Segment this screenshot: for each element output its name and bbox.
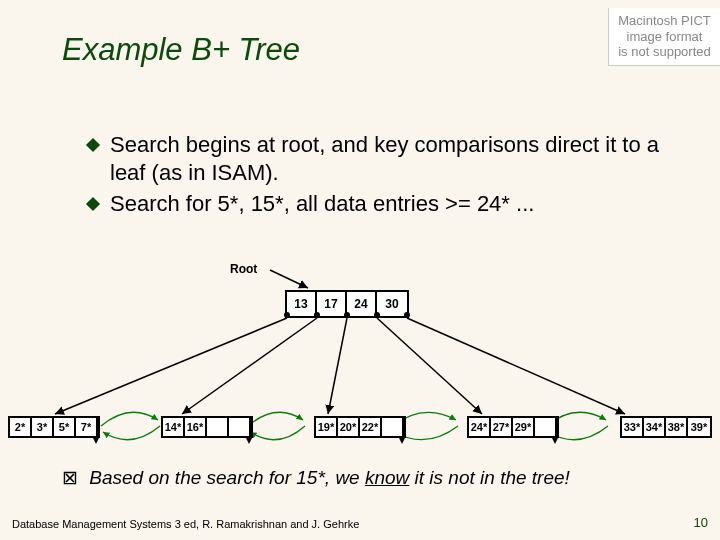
svg-line-1 xyxy=(55,318,287,414)
leaf-cell: 29* xyxy=(513,418,535,436)
leaf-cell: 24* xyxy=(469,418,491,436)
child-pointer-dot xyxy=(404,312,410,318)
leaf-cell: 3* xyxy=(32,418,54,436)
leaf-node: 24* 27* 29* xyxy=(467,416,559,438)
conclusion-underline: know xyxy=(365,467,409,488)
leaf-cell: 16* xyxy=(185,418,207,436)
leaf-node: 19* 20* 22* xyxy=(314,416,406,438)
child-pointer-dot xyxy=(344,312,350,318)
root-key: 24 xyxy=(354,297,367,311)
leaf-cell: 33* xyxy=(622,418,644,436)
leaf-cell: 19* xyxy=(316,418,338,436)
root-key: 30 xyxy=(385,297,398,311)
pict-line-1: Macintosh PICT xyxy=(609,13,720,29)
leaf-cell: 5* xyxy=(54,418,76,436)
leaf-cell: 39* xyxy=(688,418,710,436)
child-pointer-dot xyxy=(284,312,290,318)
leaf-cell: 7* xyxy=(76,418,98,436)
leaf-cell: 38* xyxy=(666,418,688,436)
svg-line-5 xyxy=(407,318,625,414)
root-key: 17 xyxy=(324,297,337,311)
pict-line-2: image format xyxy=(609,29,720,45)
crossed-box-icon: ⊠ xyxy=(62,467,78,488)
bullet-item: Search begins at root, and key compariso… xyxy=(88,131,678,186)
page-title: Example B+ Tree xyxy=(62,32,300,68)
leaf-cell: 20* xyxy=(338,418,360,436)
leaf-cell: 22* xyxy=(360,418,382,436)
bullet-text: Search for 5*, 15*, all data entries >= … xyxy=(110,191,534,216)
root-key-cell: 17 xyxy=(317,292,347,316)
sibling-pointer-icon xyxy=(92,436,100,444)
child-pointer-dot xyxy=(314,312,320,318)
leaf-level: 2* 3* 5* 7* 14* 16* 19* 20* 22* 24* 27* … xyxy=(8,416,712,438)
page-number: 10 xyxy=(694,515,708,530)
conclusion-suffix: it is not in the tree! xyxy=(409,467,570,488)
child-pointer-dot xyxy=(374,312,380,318)
leaf-cell: 14* xyxy=(163,418,185,436)
leaf-cell: 27* xyxy=(491,418,513,436)
bullet-item: Search for 5*, 15*, all data entries >= … xyxy=(88,190,678,218)
svg-line-2 xyxy=(182,318,317,414)
root-key-cell: 24 xyxy=(347,292,377,316)
root-node: 13 17 24 30 xyxy=(285,290,409,318)
root-key: 13 xyxy=(294,297,307,311)
sibling-pointer-icon xyxy=(245,436,253,444)
leaf-node: 2* 3* 5* 7* xyxy=(8,416,100,438)
root-key-cell: 30 xyxy=(377,292,407,316)
pict-unsupported-box: Macintosh PICT image format is not suppo… xyxy=(608,8,720,66)
footer-credit: Database Management Systems 3 ed, R. Ram… xyxy=(12,518,359,530)
sibling-pointer-icon xyxy=(551,436,559,444)
svg-line-3 xyxy=(328,318,347,414)
leaf-cell-empty xyxy=(207,418,229,436)
leaf-cell-empty xyxy=(535,418,557,436)
bullet-text: Search begins at root, and key compariso… xyxy=(110,132,659,185)
diamond-bullet-icon xyxy=(86,197,100,211)
leaf-cell: 2* xyxy=(10,418,32,436)
leaf-cell-empty xyxy=(382,418,404,436)
sibling-pointer-icon xyxy=(398,436,406,444)
leaf-node: 14* 16* xyxy=(161,416,253,438)
conclusion-text: ⊠ Based on the search for 15*, we know i… xyxy=(62,466,716,489)
leaf-cell-empty xyxy=(229,418,251,436)
tree-edges xyxy=(0,0,720,460)
root-key-cell: 13 xyxy=(287,292,317,316)
diamond-bullet-icon xyxy=(86,138,100,152)
pict-line-3: is not supported xyxy=(609,44,720,60)
leaf-cell: 34* xyxy=(644,418,666,436)
root-label: Root xyxy=(230,262,257,276)
svg-line-4 xyxy=(377,318,482,414)
conclusion-prefix: Based on the search for 15*, we xyxy=(89,467,365,488)
bullet-list: Search begins at root, and key compariso… xyxy=(88,131,678,222)
svg-line-0 xyxy=(270,270,308,288)
leaf-node: 33* 34* 38* 39* xyxy=(620,416,712,438)
